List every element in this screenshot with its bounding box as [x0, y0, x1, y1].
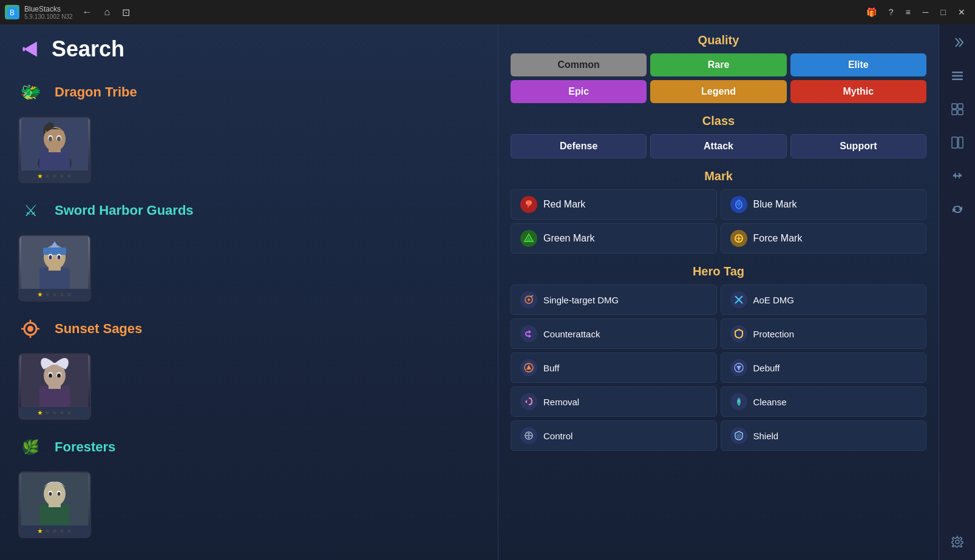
tag-debuff-button[interactable]: Debuff — [721, 353, 927, 383]
sidebar-panel-icon[interactable] — [945, 130, 970, 155]
aoe-dmg-icon — [730, 291, 747, 308]
app-version: 5.9.130.1002 N32 — [24, 13, 73, 20]
sidebar-grid-icon[interactable] — [945, 97, 970, 121]
svg-rect-7 — [39, 149, 70, 170]
hero-card-sword-harbor[interactable]: ★ ★ ★ ★ ★ — [18, 235, 91, 302]
svg-rect-16 — [39, 268, 70, 289]
help-button[interactable]: ? — [884, 5, 899, 19]
blue-mark-icon — [730, 196, 747, 213]
page-title: Search — [52, 36, 124, 62]
faction-icon-dragon-tribe: 🐲 — [18, 80, 42, 104]
svg-rect-76 — [959, 137, 963, 148]
svg-point-23 — [49, 255, 52, 260]
sidebar-settings-icon[interactable] — [945, 64, 970, 88]
svg-text:⚔: ⚔ — [24, 201, 38, 220]
search-header: Search — [18, 36, 480, 62]
class-title: Class — [511, 114, 926, 128]
svg-marker-62 — [736, 366, 741, 371]
sidebar-expand-icon[interactable] — [945, 30, 970, 55]
tag-buff-button[interactable]: Buff — [511, 353, 717, 383]
class-grid: Defense Attack Support — [511, 134, 926, 158]
mark-section: Mark Red Mark Blue Mark — [511, 169, 926, 254]
gift-button[interactable]: 🎁 — [861, 5, 882, 19]
faction-group-dragon-tribe: 🐲 Dragon Tribe — [18, 80, 480, 183]
svg-rect-69 — [952, 75, 963, 77]
blue-mark-label: Blue Mark — [753, 199, 797, 210]
quality-section: Quality Common Rare Elite Epic Legend My… — [511, 33, 926, 103]
quality-elite-button[interactable]: Elite — [790, 53, 926, 76]
svg-rect-70 — [952, 79, 963, 81]
cleanse-icon — [730, 393, 747, 410]
svg-marker-2 — [24, 41, 37, 56]
cleanse-label: Cleanse — [753, 397, 787, 407]
red-mark-icon — [520, 196, 537, 213]
app-name: BlueStacks — [24, 5, 73, 13]
mark-green-button[interactable]: Green Mark — [511, 223, 717, 254]
svg-rect-19 — [43, 248, 66, 255]
tag-protection-button[interactable]: Protection — [721, 319, 927, 349]
sidebar-gear-icon[interactable] — [945, 530, 970, 554]
quality-epic-button[interactable]: Epic — [511, 80, 647, 103]
svg-rect-74 — [958, 110, 963, 115]
svg-point-67 — [528, 437, 530, 439]
quality-legend-button[interactable]: Legend — [650, 80, 786, 103]
svg-rect-71 — [952, 104, 957, 109]
hero-card-dragon-tribe[interactable]: ★ ★ ★ ★ ★ — [18, 116, 91, 183]
svg-text:🐲: 🐲 — [20, 82, 41, 102]
hero-card-foresters[interactable]: ★ ★ ★ ★ ★ — [18, 471, 91, 538]
counterattack-icon — [520, 325, 537, 342]
green-mark-label: Green Mark — [543, 233, 594, 244]
red-mark-label: Red Mark — [543, 199, 585, 210]
class-attack-button[interactable]: Attack — [650, 134, 786, 158]
tag-control-button[interactable]: Control — [511, 420, 717, 451]
svg-rect-3 — [22, 47, 25, 51]
mark-red-button[interactable]: Red Mark — [511, 189, 717, 220]
tag-shield-button[interactable]: Shield — [721, 420, 927, 451]
svg-rect-32 — [39, 386, 70, 407]
shield-icon — [730, 427, 747, 444]
class-support-button[interactable]: Support — [790, 134, 926, 158]
tag-aoe-dmg-button[interactable]: AoE DMG — [721, 285, 927, 315]
tag-cleanse-button[interactable]: Cleanse — [721, 386, 927, 417]
quality-common-button[interactable]: Common — [511, 53, 647, 76]
hero-card-sunset-sages[interactable]: ★ ★ ★ ★ ★ — [18, 353, 91, 420]
tag-counterattack-button[interactable]: Counterattack — [511, 319, 717, 349]
svg-marker-63 — [525, 400, 527, 403]
tag-removal-button[interactable]: Removal — [511, 386, 717, 417]
hero-stars-sword-harbor: ★ ★ ★ ★ ★ — [37, 289, 72, 300]
mark-grid: Red Mark Blue Mark Green Mark — [511, 189, 926, 254]
sidebar-refresh-icon[interactable] — [945, 197, 970, 221]
back-arrow-button[interactable] — [18, 37, 42, 61]
menu-button[interactable]: ≡ — [900, 5, 915, 19]
tag-single-target-button[interactable]: Single-target DMG — [511, 285, 717, 315]
class-defense-button[interactable]: Defense — [511, 134, 647, 158]
svg-rect-42 — [39, 504, 70, 525]
tag-grid: Single-target DMG AoE DMG Counterattack — [511, 285, 926, 451]
mark-force-button[interactable]: Force Mark — [721, 223, 927, 254]
minimize-button[interactable]: ─ — [918, 5, 934, 19]
hero-tag-section: Hero Tag Single-target DMG AoE DMG — [511, 265, 926, 451]
aoe-dmg-label: AoE DMG — [753, 295, 795, 305]
svg-point-56 — [528, 299, 530, 301]
svg-point-50 — [529, 201, 532, 204]
svg-point-26 — [27, 326, 33, 332]
buff-label: Buff — [543, 363, 559, 373]
quality-rare-button[interactable]: Rare — [650, 53, 786, 76]
svg-point-24 — [58, 255, 61, 260]
close-button[interactable]: ✕ — [953, 5, 970, 19]
app-icon: B — [5, 5, 19, 19]
control-label: Control — [543, 431, 572, 441]
svg-marker-60 — [526, 365, 531, 369]
mark-blue-button[interactable]: Blue Mark — [721, 189, 927, 220]
quality-mythic-button[interactable]: Mythic — [790, 80, 926, 103]
nav-tabs-button[interactable]: ⊡ — [117, 4, 135, 21]
sidebar-arrows-icon[interactable] — [945, 164, 970, 188]
nav-back-button[interactable]: ← — [78, 4, 97, 21]
svg-rect-72 — [958, 104, 963, 109]
faction-name-dragon-tribe: Dragon Tribe — [55, 84, 137, 100]
maximize-button[interactable]: □ — [936, 5, 951, 19]
buff-icon — [520, 359, 537, 376]
filter-panel: Quality Common Rare Elite Epic Legend My… — [498, 24, 939, 560]
counterattack-label: Counterattack — [543, 329, 600, 339]
nav-home-button[interactable]: ⌂ — [100, 4, 115, 21]
